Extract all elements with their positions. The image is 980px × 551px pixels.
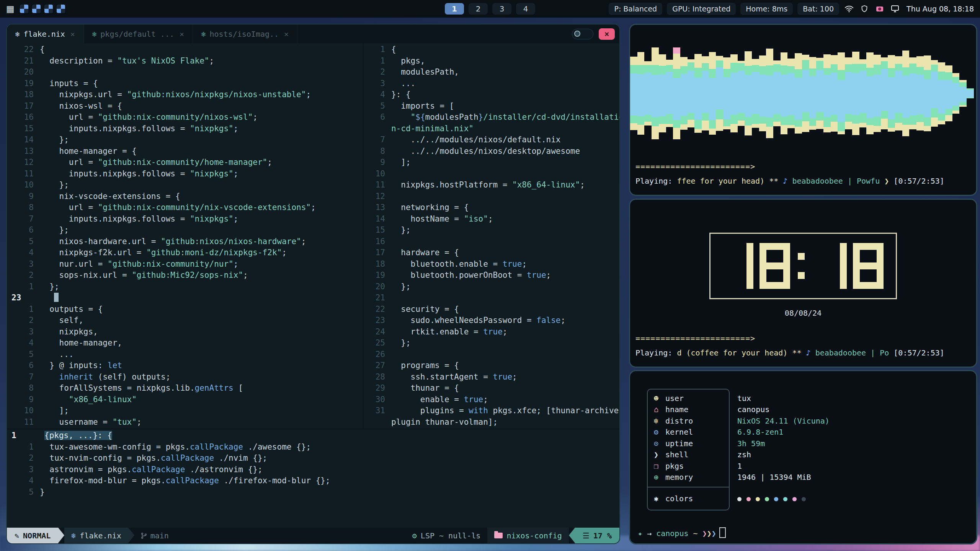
line-number: 1 [7, 430, 44, 442]
music-visualizer-window[interactable]: =======================> Playing: ffee f… [629, 24, 977, 196]
window-close-button[interactable]: × [599, 28, 615, 40]
code-text: bluetooth.powerOnBoot = true; [391, 270, 551, 281]
wave-pixel [766, 127, 773, 138]
text-segment: url = [40, 158, 98, 167]
status-chip[interactable]: GPU: Integrated [667, 3, 736, 15]
text-segment: ${ [415, 112, 425, 122]
line-number: 13 [364, 202, 391, 214]
status-chip[interactable]: P: Balanced [609, 3, 662, 15]
line-number: 6 [7, 360, 40, 372]
wave-pixel [644, 61, 652, 65]
workspace-tag-icon[interactable] [44, 5, 53, 13]
text-segment: "nixpkgs" [190, 169, 234, 178]
mode-indicator: ✎ NORMAL [7, 528, 58, 543]
workspace-button-3[interactable]: 3 [492, 3, 511, 15]
text-segment: pkgs.xfce; [thunar-archive- [488, 406, 619, 415]
line-number: 15 [364, 225, 391, 236]
clock-digit-8 [853, 243, 884, 289]
code-text: ... [40, 349, 74, 360]
wave-pixel [795, 127, 802, 134]
text-segment: pkgs, [391, 56, 425, 65]
app-launcher-icon[interactable]: ▦ [6, 5, 15, 13]
display-icon[interactable] [890, 3, 900, 14]
shell-prompt[interactable]: ✦ → canopus ~ ❯❯❯ [638, 527, 726, 538]
line-number: 27 [364, 360, 391, 372]
wave-pixel [673, 78, 680, 120]
wave-pixel [759, 75, 766, 117]
digit-segment [760, 266, 766, 289]
tab-close-icon[interactable]: × [284, 29, 289, 39]
wave-pixel [781, 75, 788, 117]
workspace-button-2[interactable]: 2 [469, 3, 488, 15]
tab-close-icon[interactable]: × [70, 29, 75, 39]
visualizer-column [644, 61, 652, 126]
wave-pixel [838, 70, 845, 80]
text-segment: sudo.wheelNeedsPassword = [391, 316, 536, 325]
fetch-spacer [647, 483, 970, 493]
wave-pixel [652, 47, 659, 65]
wave-pixel [852, 115, 859, 124]
workspace-button-1[interactable]: 1 [445, 3, 464, 15]
code-line: 14 hostName = "iso"; [364, 214, 619, 225]
workspace-tag-icon[interactable] [32, 5, 41, 13]
text-segment: → [647, 529, 656, 538]
status-chip[interactable]: Home: 8ms [740, 3, 793, 15]
wave-pixel [673, 69, 680, 78]
wave-pixel [738, 113, 745, 121]
text-segment: hostName = [391, 214, 464, 223]
wave-pixel [916, 67, 924, 75]
text-segment: { [391, 45, 396, 54]
text-segment: username = [40, 417, 113, 427]
wave-pixel [787, 66, 795, 73]
code-text: ../../modules/nixos/default.nix [391, 134, 561, 146]
theme-toggle[interactable] [572, 29, 593, 39]
status-chip[interactable]: Bat: 100 [797, 3, 839, 15]
editor-tab-hosts-isoImag-[interactable]: ❄hosts/isoImag..× [193, 24, 297, 43]
wave-pixel [881, 57, 888, 61]
wifi-icon[interactable] [844, 3, 854, 14]
wave-pixel [809, 68, 817, 76]
bar-clock[interactable]: Thu Aug 08, 18:18 [906, 5, 974, 13]
lsp-status: ⚙ LSP ~ null-ls [405, 528, 488, 543]
text-segment: [0:57/2:53] [893, 176, 944, 186]
workspace-tag-icon[interactable] [57, 5, 65, 13]
wave-pixel [902, 125, 910, 136]
system-fetch-window[interactable]: ☻usertux⌂hnamecanopus❄distroNixOS 24.11 … [629, 370, 977, 544]
wave-pixel [866, 125, 874, 134]
code-line: 11 inputs.nixpkgs.follows = "nixpkgs"; [7, 168, 363, 180]
pane-pkgs-default[interactable]: 1{pkgs, ...}: {1 tux-awesome-wm-config =… [7, 429, 619, 528]
color-dot [737, 497, 742, 501]
visualizer-column [680, 57, 688, 130]
powerline-separator [569, 528, 575, 543]
visualizer-column [716, 56, 723, 131]
pane-flake-nix[interactable]: 22{21 description = "tux's NixOS Flake";… [7, 43, 363, 429]
wave-pixel [874, 117, 881, 126]
wave-pixel [895, 64, 902, 71]
wave-pixel [666, 72, 673, 114]
wave-pixel [644, 122, 652, 126]
code-line: 27 programs = { [364, 360, 619, 372]
wave-pixel [866, 68, 874, 76]
workspace-button-4[interactable]: 4 [516, 3, 535, 15]
tab-close-icon[interactable]: × [180, 29, 184, 39]
taglist [20, 5, 65, 13]
terminal-clock-window[interactable]: 08/08/24 =======================> Playin… [629, 199, 977, 368]
wave-pixel [666, 114, 673, 124]
digit-segment [853, 266, 860, 289]
editor-tab-flake-nix[interactable]: ❄flake.nix× [7, 24, 84, 43]
editor-tab-pkgs-default-[interactable]: ❄pkgs/default ...× [84, 24, 193, 43]
line-number: 7 [7, 214, 40, 225]
text-segment: inputs.nixpkgs.follows = [40, 214, 190, 223]
wave-pixel [723, 126, 730, 129]
shield-icon[interactable] [859, 3, 870, 14]
wave-pixel [680, 66, 688, 74]
wave-pixel [924, 117, 931, 126]
workspace-tag-icon[interactable] [20, 5, 28, 13]
wave-pixel [716, 60, 723, 67]
screen-record-icon[interactable] [874, 3, 885, 14]
visualizer-column [874, 55, 881, 132]
wave-pixel [652, 117, 659, 126]
code-text: rtkit.enable = true; [391, 326, 507, 338]
wave-pixel [809, 126, 817, 130]
pane-iso-image[interactable]: 1{1 pkgs,2 modulesPath,3 ...4}: {5 impor… [363, 43, 619, 429]
